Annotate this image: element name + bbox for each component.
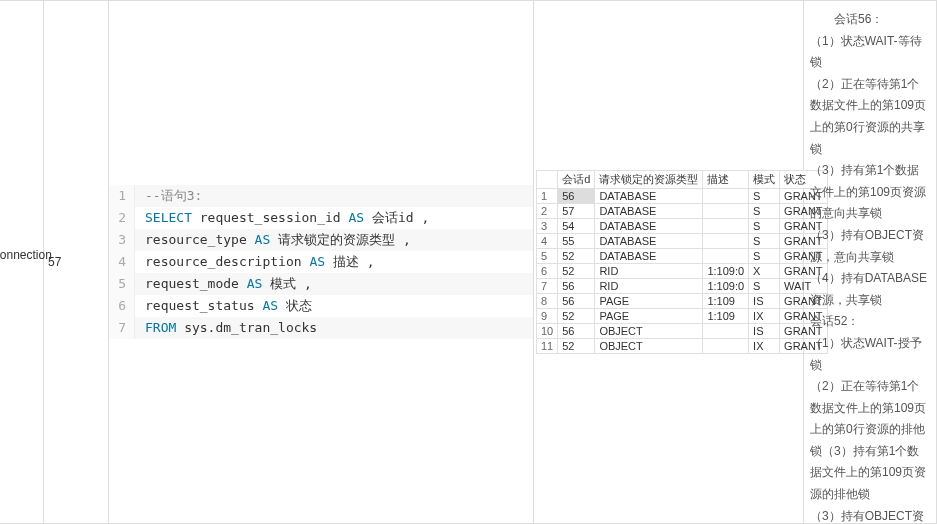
cell[interactable]: 1:109 [703, 294, 749, 309]
cell[interactable] [703, 249, 749, 264]
cell[interactable]: 56 [558, 324, 595, 339]
cell[interactable]: 55 [558, 234, 595, 249]
cell[interactable]: S [749, 234, 780, 249]
code-line[interactable]: 4resource_description AS 描述 , [109, 251, 533, 273]
cell[interactable] [703, 234, 749, 249]
code-content[interactable]: FROM sys.dm_tran_locks [135, 317, 533, 339]
cell[interactable]: 1:109:0 [703, 264, 749, 279]
row-number: 9 [537, 309, 558, 324]
cell[interactable]: OBJECT [595, 339, 703, 354]
cell[interactable] [703, 324, 749, 339]
table-row[interactable]: 354DATABASESGRANT [537, 219, 828, 234]
row-number: 7 [537, 279, 558, 294]
row-number: 8 [537, 294, 558, 309]
table-row[interactable]: 156DATABASESGRANT [537, 189, 828, 204]
table-row[interactable]: 756RID1:109:0SWAIT [537, 279, 828, 294]
table-row[interactable]: 257DATABASESGRANT [537, 204, 828, 219]
result-header-row: 会话d请求锁定的资源类型描述模式状态 [537, 171, 828, 189]
cell[interactable]: DATABASE [595, 219, 703, 234]
line-number: 2 [109, 207, 135, 229]
description-cell: 会话56：（1）状态WAIT-等待锁（2）正在等待第1个数据文件上的第109页上… [804, 0, 937, 524]
cell[interactable]: RID [595, 279, 703, 294]
cell[interactable]: DATABASE [595, 234, 703, 249]
line-number: 5 [109, 273, 135, 295]
code-line[interactable]: 2SELECT request_session_id AS 会话id , [109, 207, 533, 229]
cell[interactable]: 56 [558, 189, 595, 204]
column-header[interactable]: 请求锁定的资源类型 [595, 171, 703, 189]
table-row[interactable]: 455DATABASESGRANT [537, 234, 828, 249]
cell[interactable]: 54 [558, 219, 595, 234]
cell[interactable]: IX [749, 339, 780, 354]
cell[interactable]: DATABASE [595, 249, 703, 264]
line-number: 7 [109, 317, 135, 339]
connection-id: 57 [48, 255, 61, 269]
code-line[interactable]: 3resource_type AS 请求锁定的资源类型 , [109, 229, 533, 251]
cell[interactable]: 57 [558, 204, 595, 219]
code-line[interactable]: 5request_mode AS 模式 , [109, 273, 533, 295]
sql-code-block[interactable]: 1--语句3:2SELECT request_session_id AS 会话i… [109, 185, 533, 339]
cell[interactable]: 52 [558, 309, 595, 324]
result-grid-cell: 会话d请求锁定的资源类型描述模式状态156DATABASESGRANT257DA… [534, 0, 804, 524]
line-number: 6 [109, 295, 135, 317]
cell[interactable]: S [749, 249, 780, 264]
row-number: 5 [537, 249, 558, 264]
cell[interactable]: 52 [558, 339, 595, 354]
cell[interactable]: S [749, 189, 780, 204]
code-line[interactable]: 1--语句3: [109, 185, 533, 207]
cell[interactable]: 1:109:0 [703, 279, 749, 294]
row-number: 2 [537, 204, 558, 219]
cell[interactable]: 56 [558, 279, 595, 294]
cell[interactable]: 56 [558, 294, 595, 309]
row-number: 4 [537, 234, 558, 249]
cell[interactable]: DATABASE [595, 189, 703, 204]
row-number: 6 [537, 264, 558, 279]
cell[interactable]: RID [595, 264, 703, 279]
column-header[interactable]: 模式 [749, 171, 780, 189]
cell[interactable]: OBJECT [595, 324, 703, 339]
table-row[interactable]: 1152OBJECTIXGRANT [537, 339, 828, 354]
cell[interactable]: S [749, 219, 780, 234]
code-content[interactable]: request_status AS 状态 [135, 295, 533, 317]
cell[interactable] [703, 189, 749, 204]
cell[interactable]: S [749, 279, 780, 294]
cell[interactable]: X [749, 264, 780, 279]
connection-id-cell: 57 [44, 0, 109, 524]
code-content[interactable]: SELECT request_session_id AS 会话id , [135, 207, 533, 229]
cell[interactable] [703, 219, 749, 234]
table-row[interactable]: 856PAGE1:109ISGRANT [537, 294, 828, 309]
cell[interactable]: 52 [558, 249, 595, 264]
result-grid[interactable]: 会话d请求锁定的资源类型描述模式状态156DATABASESGRANT257DA… [536, 170, 828, 354]
cell[interactable]: 1:109 [703, 309, 749, 324]
cell[interactable]: 52 [558, 264, 595, 279]
table-row[interactable]: 1056OBJECTISGRANT [537, 324, 828, 339]
main-row: Connection 3 57 1--语句3:2SELECT request_s… [0, 0, 937, 524]
connection-label-cell: Connection 3 [0, 0, 44, 524]
cell[interactable]: IS [749, 294, 780, 309]
row-number: 11 [537, 339, 558, 354]
line-number: 1 [109, 185, 135, 207]
code-content[interactable]: --语句3: [135, 185, 533, 207]
row-number: 3 [537, 219, 558, 234]
line-number: 4 [109, 251, 135, 273]
cell[interactable]: IS [749, 324, 780, 339]
cell[interactable]: PAGE [595, 294, 703, 309]
row-number: 1 [537, 189, 558, 204]
cell[interactable] [703, 204, 749, 219]
code-line[interactable]: 7FROM sys.dm_tran_locks [109, 317, 533, 339]
table-row[interactable]: 952PAGE1:109IXGRANT [537, 309, 828, 324]
cell[interactable]: IX [749, 309, 780, 324]
row-header-blank [537, 171, 558, 189]
code-line[interactable]: 6request_status AS 状态 [109, 295, 533, 317]
code-content[interactable]: resource_description AS 描述 , [135, 251, 533, 273]
cell[interactable]: S [749, 204, 780, 219]
cell[interactable] [703, 339, 749, 354]
cell[interactable]: PAGE [595, 309, 703, 324]
cell[interactable]: DATABASE [595, 204, 703, 219]
table-row[interactable]: 652RID1:109:0XGRANT [537, 264, 828, 279]
table-row[interactable]: 552DATABASESGRANT [537, 249, 828, 264]
row-number: 10 [537, 324, 558, 339]
column-header[interactable]: 描述 [703, 171, 749, 189]
code-content[interactable]: request_mode AS 模式 , [135, 273, 533, 295]
code-content[interactable]: resource_type AS 请求锁定的资源类型 , [135, 229, 533, 251]
column-header[interactable]: 会话d [558, 171, 595, 189]
